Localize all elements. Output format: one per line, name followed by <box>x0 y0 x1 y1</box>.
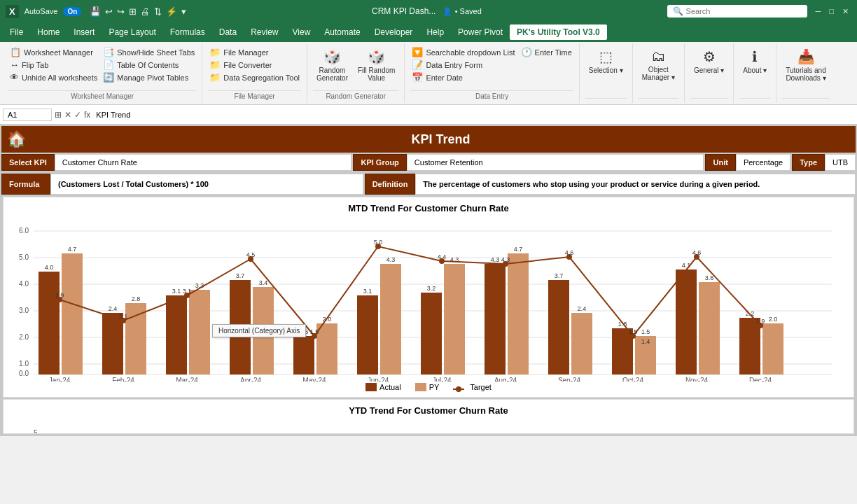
svg-text:4.4: 4.4 <box>438 253 447 260</box>
flash-icon[interactable]: ⚡ <box>166 6 177 17</box>
menu-home[interactable]: Home <box>30 24 67 40</box>
general-items: ⚙ General ▾ <box>690 46 727 98</box>
more-icon[interactable]: ▾ <box>181 6 186 17</box>
print-icon[interactable]: 🖨 <box>141 6 150 17</box>
menu-pk-utility[interactable]: PK's Utility Tool V3.0 <box>510 24 607 40</box>
menu-review[interactable]: Review <box>244 24 285 40</box>
undo-icon[interactable]: ↩ <box>105 6 113 17</box>
svg-text:4.6: 4.6 <box>692 249 702 256</box>
svg-text:3.6: 3.6 <box>705 274 714 281</box>
show-hide-tabs-btn[interactable]: 📑 Show/Hide Sheet Tabs <box>102 46 196 58</box>
menu-formulas[interactable]: Formulas <box>163 24 212 40</box>
bar-actual-jan <box>39 272 60 374</box>
selection-btn[interactable]: ⬚ Selection ▾ <box>585 46 627 76</box>
ytd-chart-partial: 5 <box>9 423 848 434</box>
fill-random-btn[interactable]: 🎲 Fill RandomValue <box>354 46 398 84</box>
formula-input[interactable] <box>93 109 854 120</box>
cell-reference[interactable] <box>3 108 52 121</box>
cancel-formula-icon[interactable]: ✕ <box>64 110 71 120</box>
search-input[interactable] <box>686 7 784 15</box>
kpi-group-label: KPI Group <box>353 154 406 171</box>
sort-icon[interactable]: ⇅ <box>154 6 162 17</box>
legend-actual-swatch <box>365 383 377 391</box>
ws-col2: 📑 Show/Hide Sheet Tabs 📄 Table Of Conten… <box>102 46 196 83</box>
random-generator-btn[interactable]: 🎲 RandomGenerator <box>313 46 351 84</box>
kpi-header: 🏠 KPI Trend <box>1 126 856 153</box>
tutorials-btn[interactable]: 📥 Tutorials andDownloads ▾ <box>782 46 829 84</box>
select-kpi-label: Select KPI <box>1 154 55 171</box>
menu-developer[interactable]: Developer <box>368 24 420 40</box>
bar-py-aug <box>508 253 529 374</box>
ribbon-group-data-entry: 🔽 Searchable dropdown List 📝 Data Entry … <box>405 43 579 103</box>
window-title: CRM KPI Dash... 👤 • Saved <box>192 6 661 16</box>
bar-actual-sep <box>548 280 569 374</box>
svg-text:2.1: 2.1 <box>119 313 128 320</box>
file-converter-btn[interactable]: 📁 File Converter <box>208 59 301 71</box>
unhide-icon: 👁 <box>10 72 19 83</box>
ribbon-group-selection: ⬚ Selection ▾ <box>580 43 633 103</box>
data-segregation-btn[interactable]: 📁 Data Segregation Tool <box>208 71 301 83</box>
table-icon[interactable]: ⊞ <box>129 6 137 17</box>
data-entry-form-btn[interactable]: 📝 Data Entry Form <box>410 59 516 71</box>
about-btn[interactable]: ℹ About ▾ <box>739 46 770 76</box>
save-icon[interactable]: 💾 <box>90 6 101 17</box>
menu-power-pivot[interactable]: Power Pivot <box>451 24 510 40</box>
ws-col1: 📋 Worksheet Manager ↔ Flip Tab 👁 Unhide … <box>8 46 99 83</box>
expand-icon[interactable]: ⊞ <box>55 110 62 120</box>
enter-time-btn[interactable]: 🕐 Enter Time <box>520 46 573 58</box>
menu-help[interactable]: Help <box>419 24 451 40</box>
random-generator-items: 🎲 RandomGenerator 🎲 Fill RandomValue <box>313 46 398 90</box>
svg-text:4.3: 4.3 <box>491 256 500 263</box>
insert-function-icon[interactable]: fx <box>84 110 90 120</box>
menu-page-layout[interactable]: Page Layout <box>102 24 162 40</box>
general-btn[interactable]: ⚙ General ▾ <box>690 46 727 76</box>
unit-label: Unit <box>705 154 735 171</box>
general-icon: ⚙ <box>703 48 716 65</box>
search-box[interactable]: 🔍 <box>667 5 807 18</box>
unhide-all-btn[interactable]: 👁 Unhide All worksheets <box>8 71 99 83</box>
bar-actual-may <box>293 336 314 374</box>
menu-automate[interactable]: Automate <box>317 24 367 40</box>
kpi-row1: Select KPI Customer Churn Rate KPI Group… <box>1 154 856 171</box>
manage-pivot-btn[interactable]: 🔄 Manage Pivot Tables <box>102 71 196 83</box>
unit-value: Percentage <box>736 154 790 171</box>
home-icon[interactable]: 🏠 <box>7 130 26 148</box>
close-button[interactable]: ✕ <box>839 6 851 18</box>
ribbon: 📋 Worksheet Manager ↔ Flip Tab 👁 Unhide … <box>0 42 857 105</box>
object-manager-btn[interactable]: 🗂 ObjectManager ▾ <box>639 46 678 83</box>
svg-text:Apr-24: Apr-24 <box>240 377 261 382</box>
maximize-button[interactable]: □ <box>826 6 837 18</box>
formula-row: Formula (Customers Lost / Total Customer… <box>1 174 856 195</box>
flip-tab-btn[interactable]: ↔ Flip Tab <box>8 59 99 71</box>
ribbon-group-general: ⚙ General ▾ <box>685 43 734 103</box>
minimize-button[interactable]: ─ <box>813 6 824 18</box>
svg-text:5.0: 5.0 <box>374 239 383 246</box>
worksheet-manager-btn[interactable]: 📋 Worksheet Manager <box>8 46 99 58</box>
svg-text:Aug-24: Aug-24 <box>494 377 517 382</box>
svg-text:3.7: 3.7 <box>555 272 564 279</box>
menu-insert[interactable]: Insert <box>67 24 102 40</box>
mtd-chart-svg-wrap[interactable]: 6.0 5.0 4.0 3.0 2.0 1.0 0.0 <box>9 220 848 391</box>
general-title <box>690 98 727 100</box>
ribbon-group-worksheet-manager: 📋 Worksheet Manager ↔ Flip Tab 👁 Unhide … <box>3 43 202 103</box>
table-of-contents-btn[interactable]: 📄 Table Of Contents <box>102 59 196 71</box>
searchable-dropdown-btn[interactable]: 🔽 Searchable dropdown List <box>410 46 516 58</box>
file-manager-btn[interactable]: 📁 File Manager <box>208 46 301 58</box>
title-bar: X AutoSave On 💾 ↩ ↪ ⊞ 🖨 ⇅ ⚡ ▾ CRM KPI Da… <box>0 0 857 22</box>
menu-view[interactable]: View <box>286 24 318 40</box>
svg-text:3.1: 3.1 <box>363 288 372 295</box>
de-col2: 🕐 Enter Time <box>520 46 573 58</box>
redo-icon[interactable]: ↪ <box>117 6 125 17</box>
ws-manager-title: Worksheet Manager <box>8 90 196 100</box>
enter-date-btn[interactable]: 📅 Enter Date <box>410 71 516 83</box>
autosave-toggle[interactable]: On <box>63 7 81 16</box>
bar-py-mar <box>189 290 210 374</box>
kpi-title: KPI Trend <box>32 132 850 147</box>
svg-text:Jul-24: Jul-24 <box>432 377 452 382</box>
menu-file[interactable]: File <box>3 24 30 40</box>
svg-text:5.0: 5.0 <box>19 253 29 261</box>
svg-text:1.4: 1.4 <box>641 338 650 345</box>
menu-data[interactable]: Data <box>212 24 244 40</box>
svg-text:Sep-24: Sep-24 <box>558 377 581 382</box>
confirm-formula-icon[interactable]: ✓ <box>74 110 81 120</box>
